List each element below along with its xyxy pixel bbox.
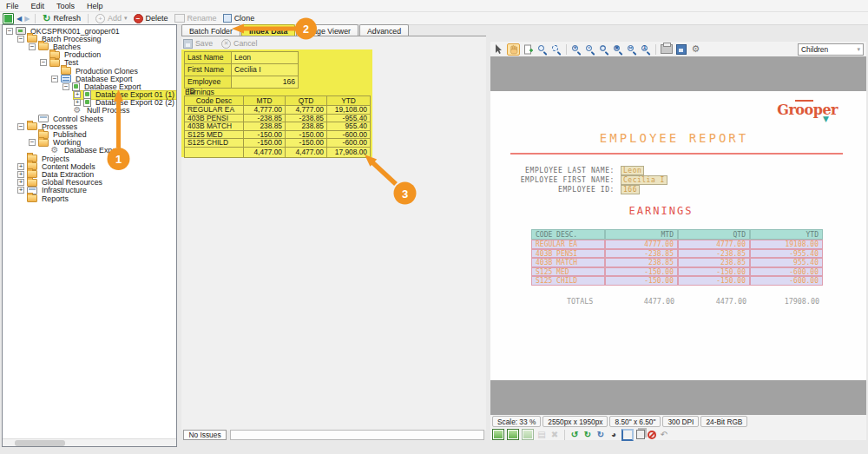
despeckle-button[interactable]: ◕ <box>608 430 619 439</box>
expander-icon[interactable] <box>62 83 69 90</box>
zoom-preview-button[interactable] <box>550 43 562 56</box>
print-button[interactable] <box>660 43 673 56</box>
actual-size-button[interactable]: 1 <box>640 43 652 56</box>
cell[interactable]: -150.00 <box>244 131 286 140</box>
cell[interactable]: -238.85 <box>244 115 286 123</box>
tab-advanced[interactable]: Advanced <box>359 24 409 36</box>
copy-page-button[interactable] <box>636 430 645 439</box>
fit-page-button[interactable]: ▣ <box>612 43 624 56</box>
first-name-field[interactable]: Cecilia I <box>232 64 298 76</box>
cell[interactable]: -238.85 <box>286 115 327 123</box>
undo-button[interactable]: ↶ <box>659 430 669 439</box>
viewer-settings-button[interactable]: ⚙ <box>689 43 702 56</box>
zoom-selection-button[interactable]: □ <box>598 43 610 56</box>
menu-help[interactable]: Help <box>81 2 109 10</box>
pan-tool-button[interactable] <box>507 43 520 56</box>
expander-icon[interactable] <box>17 179 24 186</box>
tree-node-batch-processing[interactable]: Batch Processing <box>4 35 176 43</box>
cell[interactable]: -150.00 <box>244 139 286 148</box>
expander-icon[interactable] <box>29 43 36 50</box>
cell[interactable]: -600.00 <box>327 139 370 148</box>
tree-node-global-resources[interactable]: Global Resources <box>4 179 176 187</box>
column-header[interactable]: Code Desc <box>185 96 244 106</box>
cell[interactable]: 4,777.00 <box>286 106 327 115</box>
image-tool-button[interactable] <box>507 429 519 440</box>
tree-node-processes[interactable]: Processes <box>4 122 176 130</box>
doc-column-header: QTD <box>678 229 750 240</box>
new-page-button[interactable] <box>522 43 535 56</box>
cell[interactable]: -150.00 <box>286 131 327 140</box>
menu-tools[interactable]: Tools <box>50 2 81 10</box>
disabled-tool-button[interactable]: ▤ <box>536 430 547 439</box>
refresh-button[interactable]: ↻ Refresh <box>41 14 82 23</box>
cell[interactable]: 19,108.00 <box>327 106 370 115</box>
zoom-page-button[interactable] <box>536 43 549 56</box>
cell[interactable]: -955.40 <box>327 115 370 123</box>
app-icon[interactable] <box>3 13 14 24</box>
menu-edit[interactable]: Edit <box>25 2 51 10</box>
tab-batch-folder[interactable]: Batch Folder <box>181 24 240 36</box>
cell[interactable]: 403B PENSI <box>185 115 244 123</box>
view-mode-select[interactable]: Children ▾ <box>798 43 864 56</box>
column-header[interactable]: YTD <box>327 96 370 106</box>
cancel-button[interactable]: ✕ Cancel <box>221 39 257 49</box>
expander-icon[interactable] <box>17 123 24 130</box>
pointer-tool-button[interactable] <box>492 43 505 56</box>
expander-icon[interactable] <box>17 163 24 170</box>
save-label: Save <box>195 39 213 48</box>
expander-icon[interactable] <box>17 187 24 194</box>
image-tool-button[interactable] <box>522 429 534 440</box>
tree-node-reports[interactable]: Reports <box>4 194 176 202</box>
save-image-button[interactable] <box>674 43 687 56</box>
zoom-in-button[interactable]: + <box>570 43 582 56</box>
cell[interactable]: S125 MED <box>185 131 244 140</box>
crop-button[interactable] <box>621 429 634 441</box>
rename-button[interactable]: Rename <box>173 14 219 23</box>
menu-file[interactable]: File <box>0 2 25 10</box>
cell[interactable]: 4,777.00 <box>244 106 286 115</box>
rotate-ccw-button[interactable]: ↺ <box>569 430 580 439</box>
cell[interactable]: S125 CHILD <box>185 139 244 148</box>
tree-node-database-export-02[interactable]: Database Export 02 (2) <box>4 99 176 107</box>
cell[interactable]: REGULAR EA <box>185 106 244 115</box>
refresh-image-button[interactable]: ↻ <box>595 430 606 439</box>
doc-field-value-highlight: Leon <box>621 166 644 175</box>
cell[interactable]: -600.00 <box>327 131 370 140</box>
expander-icon[interactable] <box>17 171 24 178</box>
cell[interactable]: -150.00 <box>286 139 327 148</box>
employee-id-field[interactable]: 166 <box>232 76 298 89</box>
forward-icon[interactable]: ▶ <box>24 14 30 23</box>
tab-index-data[interactable]: Index Data <box>241 24 296 36</box>
expander-icon[interactable] <box>74 91 81 98</box>
clone-button[interactable]: Clone <box>221 14 257 23</box>
tree-node-production[interactable]: Production <box>4 51 176 59</box>
expander-icon[interactable] <box>40 59 47 66</box>
zoom-out-button[interactable]: - <box>584 43 596 56</box>
delete-page-button[interactable]: ✖ <box>549 430 560 439</box>
document-page: Grooper▼ EMPLOYEE REPORT EMPLOYEE LAST N… <box>490 91 866 380</box>
cell[interactable]: 238.85 <box>286 122 327 131</box>
delete-button[interactable]: − Delete <box>132 14 170 23</box>
last-name-field[interactable]: Leon <box>232 52 298 64</box>
save-button[interactable]: Save <box>183 39 213 49</box>
expander-icon[interactable] <box>29 139 36 146</box>
expander-icon[interactable] <box>6 28 13 35</box>
main-toolbar: ◀ ▶ ↻ Refresh + Add ▾ − Delete Rename Cl… <box>0 12 868 25</box>
remove-button[interactable] <box>648 431 656 439</box>
cell[interactable]: 955.40 <box>327 122 370 131</box>
column-header[interactable]: MTD <box>244 96 286 106</box>
cell[interactable]: 238.85 <box>244 122 286 131</box>
column-header[interactable]: QTD <box>286 96 327 106</box>
scrollbar-thumb[interactable] <box>15 440 65 446</box>
expander-icon[interactable] <box>17 36 24 43</box>
back-icon[interactable]: ◀ <box>16 14 22 23</box>
image-tool-button[interactable] <box>492 429 504 440</box>
horizontal-scrollbar[interactable] <box>3 438 176 447</box>
fit-width-button[interactable]: ↔ <box>626 43 638 56</box>
cell[interactable]: 403B MATCH <box>185 122 244 131</box>
viewer-canvas[interactable]: Grooper▼ EMPLOYEE REPORT EMPLOYEE LAST N… <box>490 56 866 415</box>
rotate-cw-button[interactable]: ↻ <box>582 430 593 439</box>
add-button[interactable]: + Add ▾ <box>94 14 129 23</box>
expander-icon[interactable] <box>51 76 58 82</box>
tab-image-viewer[interactable]: Image Viewer <box>296 24 358 36</box>
